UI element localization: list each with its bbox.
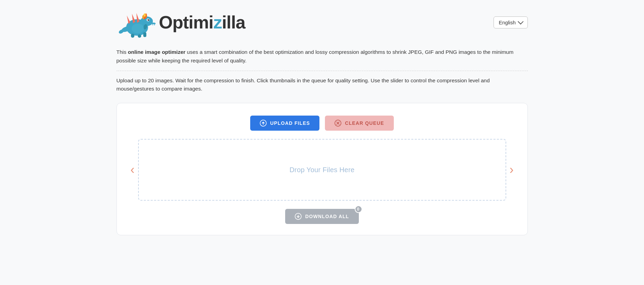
download-all-button[interactable]: DOWNLOAD ALL 0 (285, 209, 359, 224)
logo-illa: illa (222, 12, 245, 32)
logo-text: Optimizilla (159, 12, 245, 33)
language-label: English (499, 20, 515, 25)
download-badge: 0 (355, 205, 362, 213)
download-row: DOWNLOAD ALL 0 (127, 209, 517, 224)
main-card: UPLOAD FILES CLEAR QUEUE ‹ Drop Your Fil… (117, 103, 528, 235)
clear-button-label: CLEAR QUEUE (345, 120, 384, 126)
download-icon (295, 213, 302, 220)
buttons-row: UPLOAD FILES CLEAR QUEUE (127, 116, 517, 131)
desc1-prefix: This (117, 49, 128, 55)
download-all-label: DOWNLOAD ALL (305, 214, 349, 219)
drop-zone-wrapper: ‹ Drop Your Files Here › (127, 139, 517, 201)
prev-arrow-button[interactable]: ‹ (127, 159, 138, 180)
logo-optimi: Optimi (159, 12, 214, 32)
dino-icon (117, 7, 158, 38)
upload-files-button[interactable]: UPLOAD FILES (250, 116, 319, 131)
next-arrow-icon: › (510, 163, 514, 177)
svg-point-5 (148, 19, 149, 20)
svg-rect-8 (155, 24, 156, 25)
upload-icon (260, 120, 267, 127)
logo-z: z (213, 12, 222, 32)
svg-rect-6 (151, 24, 153, 26)
desc2-text: Upload up to 20 images. Wait for the com… (117, 78, 490, 92)
svg-point-4 (147, 19, 149, 21)
desc1-bold: online image optimizer (128, 49, 185, 55)
svg-point-22 (144, 13, 146, 17)
svg-marker-9 (127, 15, 130, 24)
description-1: This online image optimizer uses a smart… (117, 48, 528, 71)
next-arrow-button[interactable]: › (506, 159, 517, 180)
language-selector[interactable]: English (494, 16, 527, 28)
svg-rect-7 (153, 24, 154, 26)
header: Optimizilla English (117, 7, 528, 38)
clear-queue-button[interactable]: CLEAR QUEUE (325, 116, 393, 131)
drop-zone[interactable]: Drop Your Files Here (138, 139, 506, 201)
clear-icon (335, 120, 341, 127)
svg-rect-13 (138, 34, 141, 38)
logo: Optimizilla (117, 7, 245, 38)
drop-zone-text: Drop Your Files Here (290, 166, 355, 174)
svg-rect-14 (143, 32, 146, 37)
chevron-down-icon (518, 19, 523, 25)
svg-point-18 (132, 24, 144, 33)
description-2: Upload up to 20 images. Wait for the com… (117, 76, 528, 94)
prev-arrow-icon: ‹ (131, 163, 135, 177)
upload-button-label: UPLOAD FILES (270, 120, 310, 126)
svg-rect-12 (131, 34, 134, 38)
